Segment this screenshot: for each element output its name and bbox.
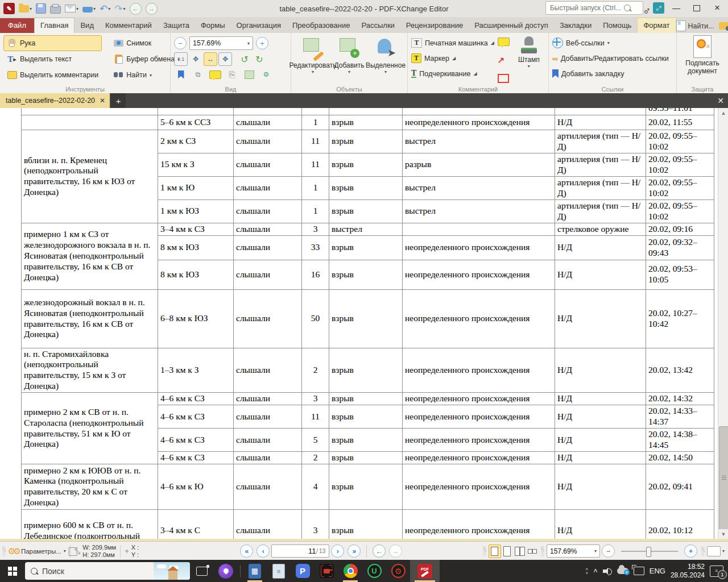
hand-tool-button[interactable]: Рука	[3, 35, 102, 51]
driver-app-button[interactable]: ⚙	[386, 560, 410, 582]
ribbon-tab-закладки[interactable]: Закладки	[554, 18, 597, 33]
view-mode-icon[interactable]	[707, 546, 721, 556]
task-view-button[interactable]	[190, 560, 214, 582]
rotate-cw-button[interactable]: ↻	[253, 52, 266, 66]
hidden-icons-chevron[interactable]: ˄	[593, 567, 598, 575]
ribbon-tab-рецензирование[interactable]: Рецензирование	[400, 18, 469, 33]
thumbnails-panel-button[interactable]: ⧉	[191, 68, 205, 81]
sign-document-button[interactable]: Подписать документ	[680, 35, 725, 84]
network-icon[interactable]	[634, 567, 644, 575]
ribbon-tab-преобразование[interactable]: Преобразование	[287, 18, 356, 33]
ribbon-tab-вид[interactable]: Вид	[75, 18, 100, 33]
ribbon-tab-формат[interactable]: Формат	[637, 18, 676, 33]
first-page-button[interactable]: «	[240, 544, 253, 558]
previous-view-button[interactable]: ←	[373, 544, 386, 558]
uninstaller-app-button[interactable]: U	[362, 560, 386, 582]
app-logo-icon[interactable]: ✎	[2, 2, 16, 15]
zoom-slider-thumb[interactable]	[646, 547, 651, 557]
web-links-button[interactable]: Веб-ссылки▾	[552, 35, 673, 51]
zoom-in-button[interactable]: +	[256, 37, 268, 49]
options-button[interactable]: ⚙⚙ Параметры... ▾	[8, 546, 66, 556]
ribbon-tab-главная[interactable]: Главная	[34, 18, 75, 33]
p-app-button[interactable]: P	[291, 560, 315, 582]
scrollbar-thumb[interactable]	[719, 426, 728, 530]
next-view-button[interactable]: →	[389, 544, 402, 558]
properties-panel-button[interactable]: ⚙	[259, 68, 273, 81]
arrow-annotation-button[interactable]: ↗	[498, 55, 510, 65]
previous-page-button[interactable]: ‹	[257, 544, 270, 558]
rotate-ccw-button[interactable]: ↺	[238, 52, 251, 66]
ribbon-tab-защита[interactable]: Защита	[158, 18, 195, 33]
search-folder-icon[interactable]	[719, 22, 728, 30]
new-tab-button[interactable]: +	[111, 93, 126, 108]
close-tab-icon[interactable]: ✕	[100, 97, 105, 105]
add-edit-links-button[interactable]: ∞ Добавить/Редактировать ссылки	[552, 51, 673, 66]
zoom-level-combo[interactable]: 157.69%▾	[189, 36, 253, 50]
tray-scroll-buttons[interactable]: ˄˅	[586, 567, 589, 575]
zoom-out-status-button[interactable]: −	[602, 544, 615, 558]
scroll-down-button[interactable]: ▼	[718, 529, 728, 539]
ribbon-tab-организация[interactable]: Организация	[231, 18, 287, 33]
restore-button[interactable]	[688, 1, 705, 15]
content-panel-button[interactable]	[242, 68, 256, 81]
print-button[interactable]	[49, 2, 62, 15]
two-page-continuous-layout-button[interactable]	[526, 544, 539, 558]
stamp-button[interactable]: Штамп▾	[513, 35, 545, 84]
two-page-layout-button[interactable]	[514, 544, 526, 558]
taskbar-search-box[interactable]: Поиск	[25, 562, 190, 580]
close-button[interactable]: ×	[709, 1, 726, 15]
notepad-app-button[interactable]: ≡	[267, 560, 291, 582]
ribbon-tab-формы[interactable]: Формы	[195, 18, 231, 33]
chrome-app-button[interactable]	[338, 560, 362, 582]
underline-button[interactable]: T Подчеркивание◢	[411, 66, 494, 81]
selected-objects-button[interactable]: ➤ Выделенное▾	[367, 35, 404, 84]
undo-button[interactable]: ↶▾	[98, 2, 111, 15]
comments-panel-button[interactable]	[208, 68, 222, 81]
open-button[interactable]: ▾	[18, 2, 33, 15]
minimize-button[interactable]: —	[668, 1, 685, 15]
document-tab-active[interactable]: table_ceasefire--2022-02-20 ✕	[0, 93, 110, 108]
marker-button[interactable]: T Маркер◢	[411, 51, 494, 66]
search-daily-image[interactable]	[154, 562, 190, 580]
typewriter-button[interactable]: T Печатная машинка◢	[411, 35, 494, 51]
vertical-scrollbar[interactable]: ▲ ▼	[718, 108, 728, 539]
edit-objects-button[interactable]: Редактировать▾	[295, 35, 331, 84]
bookmarks-panel-button[interactable]	[174, 68, 188, 81]
zoom-in-status-button[interactable]: +	[684, 544, 697, 558]
zoom-combo[interactable]: 157.69%▾	[547, 544, 600, 558]
alice-assistant-button[interactable]	[214, 560, 238, 582]
ribbon-tab-файл[interactable]: Файл	[0, 18, 34, 33]
scan-button[interactable]: ▾	[81, 2, 97, 15]
sticky-note-button[interactable]	[498, 38, 510, 46]
quick-launch-input[interactable]	[549, 3, 624, 13]
select-comments-button[interactable]: Выделить комментарии	[3, 67, 102, 83]
last-page-button[interactable]: »	[348, 544, 361, 558]
zoom-out-button[interactable]: −	[174, 37, 187, 49]
document-area[interactable]: 09:55–11:015–6 км к ССЗслышали1взрывнеоп…	[0, 108, 728, 539]
chevron-down-icon[interactable]: ▾	[722, 548, 725, 554]
calculator-app-button[interactable]: ▦	[243, 560, 267, 582]
select-text-button[interactable]: T▸ Выделить текст	[3, 51, 102, 67]
start-button[interactable]	[0, 560, 25, 582]
fullscreen-button[interactable]: ⤢	[653, 2, 664, 14]
cloud-sync-icon[interactable]: e	[617, 568, 628, 574]
add-bookmark-button[interactable]: Добавить закладку	[552, 66, 673, 81]
history-forward-button[interactable]: →	[144, 2, 159, 15]
pdf-xchange-app-button[interactable]: PDF	[410, 560, 440, 582]
find-button[interactable]: Найти...	[676, 20, 714, 31]
fit-width-button[interactable]: ↔	[204, 52, 217, 66]
attachments-panel-button[interactable]: ⎘	[225, 68, 239, 81]
save-button[interactable]	[35, 2, 47, 15]
quick-launch-box[interactable]	[545, 1, 643, 15]
ribbon-tab-рассылки[interactable]: Рассылки	[355, 18, 400, 33]
fit-page-button[interactable]: ✥	[189, 52, 202, 66]
redo-button[interactable]: ↷▾	[113, 2, 126, 15]
ui-options-button[interactable]: ▾	[647, 3, 650, 13]
close-tab-bar-icon[interactable]: ✕	[713, 93, 728, 108]
next-page-button[interactable]: ›	[331, 544, 344, 558]
actual-size-button[interactable]: 1:1	[174, 52, 188, 66]
email-button[interactable]: ▾	[64, 2, 80, 15]
history-back-button[interactable]: ←	[129, 2, 143, 15]
rectangle-annotation-button[interactable]	[498, 74, 509, 83]
language-indicator[interactable]: ENG	[650, 567, 665, 575]
